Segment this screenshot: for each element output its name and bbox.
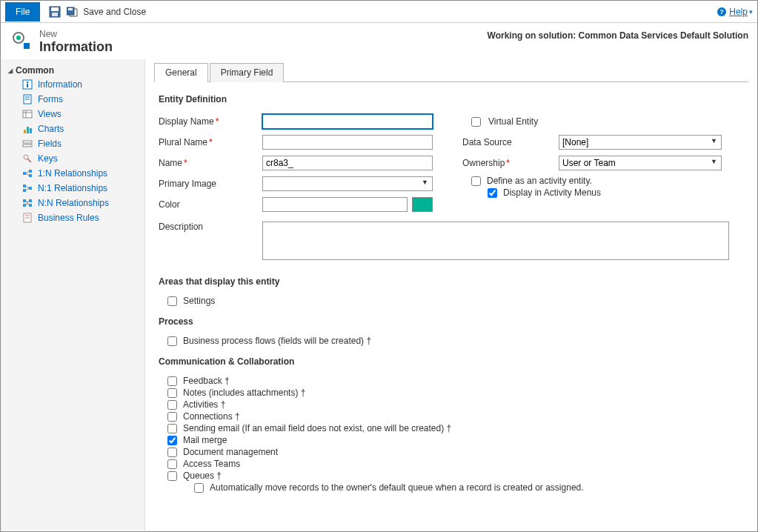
label-access-teams: Access Teams <box>183 459 240 469</box>
label-define-activity: Define as an activity entity. <box>487 176 592 186</box>
label-primary-image: Primary Image <box>159 179 262 189</box>
sidebar-item-nn[interactable]: N:N Relationships <box>1 196 144 210</box>
rel-nn-icon <box>21 198 33 208</box>
svg-line-30 <box>26 173 29 176</box>
svg-rect-39 <box>29 204 32 207</box>
svg-rect-37 <box>23 204 26 207</box>
svg-rect-16 <box>23 110 32 118</box>
svg-rect-38 <box>29 199 32 202</box>
sidebar-item-forms[interactable]: Forms <box>1 92 144 107</box>
label-mail-merge: Mail merge <box>183 435 227 445</box>
views-icon <box>21 109 33 119</box>
svg-rect-26 <box>23 172 26 175</box>
label-notes: Notes (includes attachments) † <box>183 388 305 398</box>
check-activities[interactable] <box>167 400 177 410</box>
label-display-name: Display Name* <box>159 116 262 127</box>
input-plural-name[interactable] <box>262 135 433 150</box>
charts-icon <box>21 124 33 134</box>
color-swatch[interactable] <box>412 197 433 212</box>
svg-line-25 <box>27 159 31 162</box>
check-access-teams[interactable] <box>167 459 177 469</box>
svg-rect-4 <box>68 8 73 10</box>
label-ownership: Ownership* <box>462 158 559 168</box>
sidebar-item-information[interactable]: Information <box>1 77 144 92</box>
svg-rect-19 <box>24 130 26 133</box>
save-close-icon[interactable] <box>67 6 79 18</box>
label-description: Description <box>159 222 262 232</box>
check-settings[interactable] <box>167 296 177 306</box>
label-plural-name: Plural Name* <box>159 137 262 147</box>
label-bpf: Business process flows (fields will be c… <box>183 336 371 346</box>
sidebar-item-charts[interactable]: Charts <box>1 122 144 136</box>
label-queues: Queues † <box>183 471 222 481</box>
svg-rect-21 <box>30 128 32 133</box>
input-color[interactable] <box>262 197 408 212</box>
svg-rect-22 <box>23 141 32 143</box>
select-data-source[interactable]: [None] <box>559 135 722 150</box>
label-data-source: Data Source <box>462 137 559 147</box>
svg-line-29 <box>26 171 29 173</box>
select-ownership[interactable]: User or Team <box>559 156 722 170</box>
check-connections[interactable] <box>167 412 177 422</box>
entity-icon <box>10 29 33 53</box>
sidebar-item-businessrules[interactable]: Business Rules <box>1 210 144 225</box>
check-define-activity[interactable] <box>471 176 481 186</box>
textarea-description[interactable] <box>262 222 729 260</box>
section-process: Process <box>159 316 744 327</box>
page-title: Information <box>39 39 113 55</box>
header: New Information Working on solution: Com… <box>1 23 757 59</box>
input-display-name[interactable] <box>262 114 433 129</box>
save-icon[interactable] <box>49 6 61 18</box>
check-display-activity-menus[interactable] <box>488 188 497 198</box>
rules-icon <box>21 213 33 223</box>
check-mail-merge[interactable] <box>167 436 177 445</box>
section-areas: Areas that display this entity <box>159 276 744 287</box>
tab-primary-field[interactable]: Primary Field <box>210 63 285 82</box>
sidebar-item-1n[interactable]: 1:N Relationships <box>1 166 144 181</box>
sidebar-item-n1[interactable]: N:1 Relationships <box>1 181 144 196</box>
check-doc-mgmt[interactable] <box>167 448 177 457</box>
keys-icon <box>21 153 33 164</box>
svg-rect-36 <box>23 199 26 202</box>
sidebar-item-views[interactable]: Views <box>1 107 144 122</box>
file-button[interactable]: File <box>5 2 40 21</box>
label-color: Color <box>159 199 262 210</box>
svg-rect-9 <box>24 43 30 49</box>
check-sending-email[interactable] <box>167 424 177 433</box>
form-scroll[interactable]: Entity Definition Display Name* Plural N… <box>145 82 757 531</box>
save-close-label[interactable]: Save and Close <box>83 7 146 17</box>
check-virtual-entity[interactable] <box>471 117 481 127</box>
svg-rect-11 <box>27 82 28 83</box>
solution-context: Working on solution: Common Data Service… <box>488 29 748 41</box>
svg-rect-1 <box>51 7 59 11</box>
tabs: General Primary Field <box>154 62 748 82</box>
sidebar-item-keys[interactable]: Keys <box>1 151 144 166</box>
label-doc-mgmt: Document management <box>183 447 278 457</box>
check-bpf[interactable] <box>167 336 177 346</box>
forms-icon <box>21 94 33 104</box>
label-sending-email: Sending email (If an email field does no… <box>183 423 451 433</box>
check-notes[interactable] <box>167 388 177 398</box>
svg-line-34 <box>26 186 29 188</box>
input-name[interactable] <box>262 156 433 170</box>
check-auto-queue[interactable] <box>194 483 204 493</box>
check-queues[interactable] <box>167 471 177 481</box>
label-feedback: Feedback † <box>183 376 230 386</box>
svg-rect-28 <box>29 174 32 177</box>
info-icon <box>21 79 33 90</box>
check-feedback[interactable] <box>167 376 177 386</box>
sidebar-group-common[interactable]: Common <box>1 64 144 77</box>
svg-rect-23 <box>23 144 32 147</box>
sidebar-item-fields[interactable]: Fields <box>1 136 144 151</box>
tab-general[interactable]: General <box>154 63 208 82</box>
svg-text:?: ? <box>720 8 725 16</box>
help-link[interactable]: ? Help ▾ <box>717 7 753 17</box>
sidebar: Common Information Forms Views Charts Fi… <box>1 59 145 531</box>
toolbar: File Save and Close ? Help ▾ <box>1 1 757 23</box>
svg-rect-33 <box>23 189 26 192</box>
label-auto-queue: Automatically move records to the owner'… <box>210 482 584 493</box>
label-settings-area: Settings <box>183 296 215 306</box>
select-primary-image[interactable] <box>262 176 433 191</box>
label-display-activity-menus: Display in Activity Menus <box>503 187 601 198</box>
label-activities: Activities † <box>183 399 225 410</box>
